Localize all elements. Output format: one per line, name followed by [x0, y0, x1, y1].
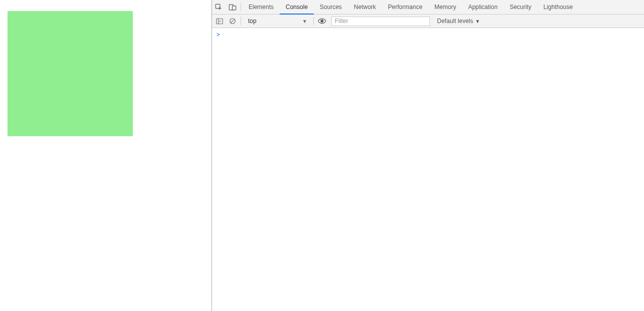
toolbar-separator-2	[313, 17, 314, 25]
app-root: Elements Console Sources Network Perform…	[0, 0, 644, 311]
page-viewport	[0, 0, 212, 311]
device-toolbar-icon[interactable]	[226, 0, 239, 14]
tab-lighthouse[interactable]: Lighthouse	[537, 0, 579, 14]
inspect-element-icon[interactable]	[212, 0, 226, 14]
console-toolbar: top ▼ Default levels ▼	[212, 15, 644, 28]
green-box	[8, 11, 133, 136]
dropdown-triangle-icon: ▼	[302, 19, 307, 24]
devtools-tabs: Elements Console Sources Network Perform…	[243, 0, 579, 14]
console-filter-input[interactable]	[331, 17, 430, 26]
devtools-tabbar: Elements Console Sources Network Perform…	[212, 0, 644, 15]
dropdown-triangle-icon: ▼	[475, 19, 480, 24]
live-expression-icon[interactable]	[315, 15, 328, 28]
execution-context-label: top	[248, 18, 257, 25]
svg-rect-2	[232, 6, 236, 10]
svg-line-6	[231, 19, 234, 23]
tabbar-separator	[241, 3, 241, 11]
log-levels-select[interactable]: Default levels ▼	[434, 18, 483, 25]
svg-point-7	[321, 20, 323, 23]
devtools-panel: Elements Console Sources Network Perform…	[212, 0, 644, 311]
tab-sources[interactable]: Sources	[314, 0, 348, 14]
tab-security[interactable]: Security	[504, 0, 537, 14]
tab-console[interactable]: Console	[280, 0, 314, 14]
tab-network[interactable]: Network	[348, 0, 382, 14]
execution-context-select[interactable]: top ▼	[246, 16, 310, 26]
tab-memory[interactable]: Memory	[428, 0, 462, 14]
toolbar-separator-1	[241, 17, 241, 25]
console-prompt[interactable]: >	[215, 30, 641, 39]
log-levels-label: Default levels	[437, 18, 473, 25]
console-output: >	[212, 28, 644, 311]
tab-performance[interactable]: Performance	[382, 0, 428, 14]
tab-application[interactable]: Application	[462, 0, 504, 14]
toggle-console-sidebar-icon[interactable]	[213, 15, 226, 28]
tab-elements[interactable]: Elements	[243, 0, 280, 14]
clear-console-icon[interactable]	[226, 15, 239, 28]
